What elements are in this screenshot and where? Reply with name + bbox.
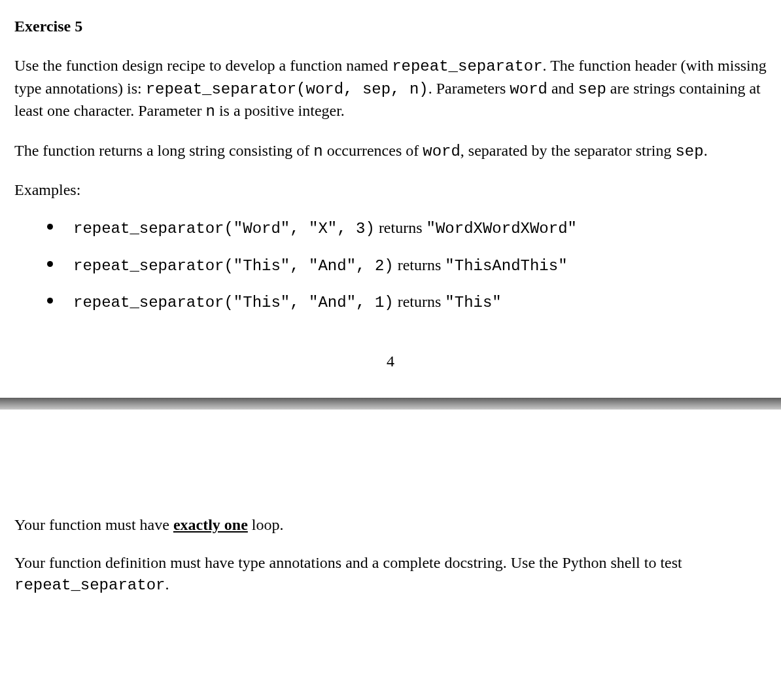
exactly-one-emphasis: exactly one bbox=[173, 516, 248, 533]
text: Use the function design recipe to develo… bbox=[14, 57, 392, 74]
text: . Parameters bbox=[428, 80, 510, 97]
param-sep-code: sep bbox=[578, 80, 606, 98]
requirement-one-loop: Your function must have exactly one loop… bbox=[14, 514, 767, 535]
text: occurrences of bbox=[323, 142, 423, 159]
code-sep: sep bbox=[675, 143, 703, 160]
text: . bbox=[704, 142, 708, 159]
example-item: repeat_separator("Word", "X", 3) returns… bbox=[47, 217, 767, 239]
text: , separated by the separator string bbox=[460, 142, 676, 159]
page-top-section: Exercise 5 Use the function design recip… bbox=[0, 0, 781, 398]
function-header-code: repeat_separator(word, sep, n) bbox=[146, 80, 428, 98]
text: The function returns a long string consi… bbox=[14, 142, 313, 159]
example-result-code: "ThisAndThis" bbox=[445, 257, 567, 275]
text: Your function definition must have type … bbox=[14, 554, 682, 571]
examples-label: Examples: bbox=[14, 179, 767, 200]
text: and bbox=[547, 80, 578, 97]
requirement-annotations: Your function definition must have type … bbox=[14, 552, 767, 596]
example-result-code: "This" bbox=[445, 294, 501, 311]
example-call-code: repeat_separator("This", "And", 2) bbox=[73, 257, 394, 275]
returns-word: returns bbox=[394, 293, 445, 310]
text: loop. bbox=[248, 516, 284, 533]
example-item: repeat_separator("This", "And", 1) retur… bbox=[47, 291, 767, 313]
exercise-heading: Exercise 5 bbox=[14, 16, 767, 37]
page-number: 4 bbox=[14, 351, 767, 372]
description-paragraph: The function returns a long string consi… bbox=[14, 140, 767, 162]
param-n-code: n bbox=[206, 103, 215, 120]
example-item: repeat_separator("This", "And", 2) retur… bbox=[47, 254, 767, 277]
text: . bbox=[165, 576, 169, 593]
text: is a positive integer. bbox=[215, 102, 345, 119]
example-call-code: repeat_separator("This", "And", 1) bbox=[73, 294, 394, 311]
returns-word: returns bbox=[394, 256, 445, 273]
examples-list: repeat_separator("Word", "X", 3) returns… bbox=[14, 217, 767, 313]
page-bottom-section: Your function must have exactly one loop… bbox=[0, 410, 781, 612]
function-name-code: repeat_separator bbox=[392, 58, 542, 75]
text: Your function must have bbox=[14, 516, 173, 533]
function-name-code: repeat_separator bbox=[14, 576, 165, 594]
page-divider bbox=[0, 398, 781, 410]
param-word-code: word bbox=[510, 80, 547, 98]
intro-paragraph: Use the function design recipe to develo… bbox=[14, 55, 767, 122]
example-result-code: "WordXWordXWord" bbox=[426, 220, 577, 237]
returns-word: returns bbox=[375, 219, 426, 236]
example-call-code: repeat_separator("Word", "X", 3) bbox=[73, 220, 375, 237]
blank-space bbox=[14, 436, 767, 514]
code-n: n bbox=[313, 143, 322, 160]
code-word: word bbox=[423, 143, 460, 160]
